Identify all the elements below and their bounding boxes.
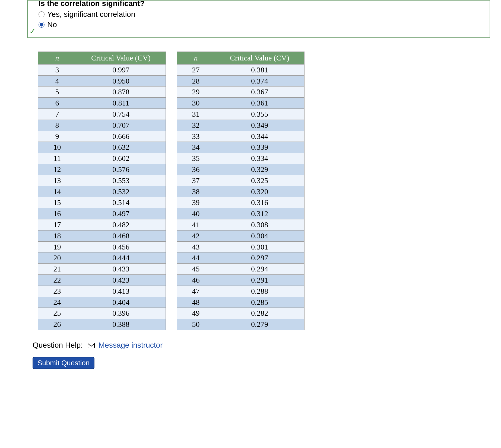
table-row: 140.532 [38, 186, 166, 197]
cell-n: 23 [38, 286, 76, 297]
submit-question-button[interactable]: Submit Question [33, 357, 94, 369]
cell-n: 38 [177, 186, 215, 197]
table-row: 430.301 [177, 241, 305, 252]
cell-cv: 0.301 [215, 241, 305, 252]
cell-cv: 0.316 [215, 197, 305, 208]
cell-n: 36 [177, 164, 215, 175]
radio-yes-input[interactable] [39, 11, 45, 17]
cell-cv: 0.312 [215, 208, 305, 219]
th-cv-left: Critical Value (CV) [76, 52, 166, 65]
table-row: 390.316 [177, 197, 305, 208]
cell-n: 6 [38, 98, 76, 109]
cell-cv: 0.325 [215, 175, 305, 186]
cell-n: 42 [177, 230, 215, 241]
cell-cv: 0.404 [76, 297, 166, 308]
cell-cv: 0.553 [76, 175, 166, 186]
cell-n: 5 [38, 87, 76, 98]
table-row: 410.308 [177, 219, 305, 230]
cell-n: 29 [177, 87, 215, 98]
table-row: 300.361 [177, 98, 305, 109]
radio-no-label: No [47, 20, 57, 29]
checkmark-icon: ✓ [29, 27, 36, 36]
cell-cv: 0.497 [76, 208, 166, 219]
cell-cv: 0.514 [76, 197, 166, 208]
cell-n: 48 [177, 297, 215, 308]
question-prompt: Is the correlation significant? [39, 0, 484, 8]
table-row: 150.514 [38, 197, 166, 208]
cell-cv: 0.349 [215, 120, 305, 131]
cell-n: 21 [38, 264, 76, 275]
table-row: 360.329 [177, 164, 305, 175]
cell-n: 10 [38, 142, 76, 153]
svg-rect-0 [88, 343, 94, 348]
cell-cv: 0.413 [76, 286, 166, 297]
message-instructor-link[interactable]: Message instructor [99, 341, 163, 349]
table-row: 180.468 [38, 230, 166, 241]
table-row: 250.396 [38, 308, 166, 319]
table-row: 440.297 [177, 252, 305, 264]
cell-n: 41 [177, 219, 215, 230]
cell-cv: 0.361 [215, 98, 305, 109]
table-row: 160.497 [38, 208, 166, 219]
radio-yes-label: Yes, significant correlation [47, 10, 135, 19]
table-row: 380.320 [177, 186, 305, 197]
cell-cv: 0.279 [215, 319, 305, 330]
cell-n: 49 [177, 308, 215, 319]
cell-n: 12 [38, 164, 76, 175]
cell-cv: 0.297 [215, 252, 305, 264]
radio-option-yes[interactable]: Yes, significant correlation [39, 10, 484, 19]
table-row: 400.312 [177, 208, 305, 219]
table-row: 110.602 [38, 153, 166, 164]
cell-n: 4 [38, 75, 76, 87]
cell-n: 15 [38, 197, 76, 208]
cell-cv: 0.374 [215, 75, 305, 87]
table-row: 130.553 [38, 175, 166, 186]
cell-cv: 0.381 [215, 64, 305, 75]
table-row: 290.367 [177, 87, 305, 98]
envelope-icon [88, 341, 95, 350]
cell-cv: 0.308 [215, 219, 305, 230]
cell-cv: 0.294 [215, 264, 305, 275]
cell-n: 9 [38, 131, 76, 142]
cell-cv: 0.532 [76, 186, 166, 197]
radio-no-input[interactable] [39, 22, 45, 28]
cell-n: 18 [38, 230, 76, 241]
table-row: 100.632 [38, 142, 166, 153]
cell-cv: 0.291 [215, 274, 305, 286]
table-row: 200.444 [38, 252, 166, 264]
cell-n: 27 [177, 64, 215, 75]
cell-cv: 0.632 [76, 142, 166, 153]
cell-n: 32 [177, 120, 215, 131]
table-row: 370.325 [177, 175, 305, 186]
table-row: 30.997 [38, 64, 166, 75]
cell-cv: 0.468 [76, 230, 166, 241]
critical-value-tables: n Critical Value (CV) 30.99740.95050.878… [38, 52, 501, 330]
cell-cv: 0.576 [76, 164, 166, 175]
help-label: Question Help: [33, 341, 83, 349]
cell-cv: 0.367 [215, 87, 305, 98]
cell-n: 34 [177, 142, 215, 153]
cell-n: 50 [177, 319, 215, 330]
cell-n: 35 [177, 153, 215, 164]
th-cv-right: Critical Value (CV) [215, 52, 305, 65]
cell-cv: 0.482 [76, 219, 166, 230]
cell-n: 25 [38, 308, 76, 319]
cell-n: 13 [38, 175, 76, 186]
table-row: 490.282 [177, 308, 305, 319]
question-box: Is the correlation significant? Yes, sig… [27, 0, 490, 38]
cell-cv: 0.329 [215, 164, 305, 175]
cell-cv: 0.602 [76, 153, 166, 164]
cell-cv: 0.285 [215, 297, 305, 308]
cell-n: 45 [177, 264, 215, 275]
cell-cv: 0.707 [76, 120, 166, 131]
radio-option-no[interactable]: No [39, 20, 484, 29]
table-row: 60.811 [38, 98, 166, 109]
cell-n: 28 [177, 75, 215, 87]
cell-n: 19 [38, 241, 76, 252]
table-row: 120.576 [38, 164, 166, 175]
table-row: 460.291 [177, 274, 305, 286]
cell-n: 46 [177, 274, 215, 286]
table-row: 190.456 [38, 241, 166, 252]
cell-n: 44 [177, 252, 215, 264]
table-row: 50.878 [38, 87, 166, 98]
